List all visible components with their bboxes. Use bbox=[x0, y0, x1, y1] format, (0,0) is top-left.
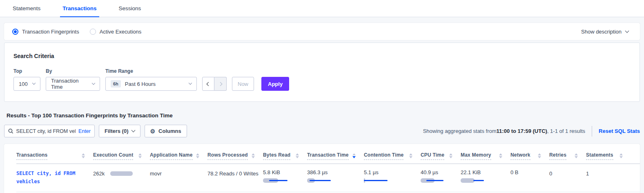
column-header-max-memory[interactable]: Max Memory bbox=[461, 150, 510, 164]
column-header-label[interactable]: Max Memory bbox=[461, 152, 491, 160]
tab-transactions[interactable]: Transactions bbox=[60, 5, 99, 17]
time-range-select[interactable]: 6h Past 6 Hours bbox=[105, 77, 197, 91]
contention-time-bar bbox=[364, 178, 401, 183]
bytes-read-value: 5.8 KiB bbox=[263, 169, 280, 175]
column-header-label[interactable]: CPU Time bbox=[421, 152, 444, 160]
columns-button[interactable]: ⚙ Columns bbox=[145, 125, 187, 137]
sort-icon[interactable] bbox=[138, 153, 142, 158]
column-header-label[interactable]: Application Name bbox=[150, 152, 193, 160]
sql-line-2: vehicles bbox=[16, 179, 40, 184]
sort-icon[interactable] bbox=[196, 153, 199, 158]
bar-blue bbox=[473, 180, 484, 181]
column-header-contention-time[interactable]: Contention Time bbox=[364, 150, 421, 164]
radio-label: Transaction Fingerprints bbox=[22, 29, 79, 35]
column-header-label[interactable]: Contention Time bbox=[364, 152, 403, 160]
cell-cpu-time: 40.9 µs bbox=[421, 169, 461, 186]
chevron-down-icon bbox=[189, 81, 192, 85]
gear-icon: ⚙ bbox=[150, 128, 156, 134]
cpu-time-value: 40.9 µs bbox=[421, 169, 438, 175]
sort-icon[interactable] bbox=[352, 153, 356, 158]
transaction-fingerprint-link[interactable]: SELECT city, id FROMvehicles bbox=[16, 169, 85, 186]
view-toggle-group: Transaction Fingerprints Active Executio… bbox=[12, 29, 141, 35]
reset-sql-stats-link[interactable]: Reset SQL Stats bbox=[599, 128, 640, 134]
tab-sessions[interactable]: Sessions bbox=[116, 5, 144, 17]
column-header-label[interactable]: Network bbox=[510, 152, 530, 160]
cell-rows-processed: 78.2 Reads / 0 Writes bbox=[207, 169, 263, 186]
cell-network: 0 B bbox=[510, 169, 549, 186]
bar-blue bbox=[364, 180, 388, 181]
next-time-range-button[interactable] bbox=[214, 77, 227, 91]
sort-icon[interactable] bbox=[538, 153, 541, 158]
column-header-label[interactable]: Rows Processed bbox=[207, 152, 248, 160]
column-header-rows-processed[interactable]: Rows Processed bbox=[207, 150, 263, 164]
show-description-toggle[interactable]: Show description bbox=[581, 29, 628, 35]
tab-bar: Statements Transactions Sessions bbox=[0, 0, 644, 17]
radio-label: Active Executions bbox=[100, 29, 142, 35]
search-input[interactable]: SELECT city, id FROM vehicles W Enter bbox=[4, 125, 95, 137]
search-input-value: SELECT city, id FROM vehicles W bbox=[16, 128, 76, 134]
column-header-bytes-read[interactable]: Bytes Read bbox=[263, 150, 307, 164]
column-header-label[interactable]: Transactions bbox=[16, 152, 47, 160]
time-range-label: Time Range bbox=[105, 68, 197, 74]
cell-transaction-time: 386.3 µs bbox=[307, 169, 364, 186]
sort-icon[interactable] bbox=[619, 153, 623, 158]
previous-time-range-button[interactable] bbox=[202, 77, 214, 91]
sql-line-1: SELECT city, id FROM bbox=[16, 171, 76, 176]
cell-execution-count: 262k bbox=[93, 169, 150, 186]
top-select[interactable]: 100 bbox=[13, 77, 40, 91]
radio-transaction-fingerprints[interactable]: Transaction Fingerprints bbox=[12, 29, 79, 35]
sort-icon[interactable] bbox=[449, 153, 452, 158]
sort-icon[interactable] bbox=[499, 153, 502, 158]
radio-active-executions[interactable]: Active Executions bbox=[90, 29, 142, 35]
by-select[interactable]: Transaction Time bbox=[46, 77, 100, 91]
filters-button[interactable]: Filters (0) bbox=[99, 125, 140, 137]
sort-icon[interactable] bbox=[409, 153, 412, 158]
column-header-execution-count[interactable]: Execution Count bbox=[93, 150, 150, 164]
chevron-down-icon bbox=[131, 128, 135, 132]
column-header-transaction-time[interactable]: Transaction Time bbox=[307, 150, 364, 164]
sort-icon[interactable] bbox=[296, 153, 299, 158]
by-label: By bbox=[46, 68, 100, 74]
cpu-time-bar bbox=[421, 178, 457, 183]
sort-icon[interactable] bbox=[252, 153, 255, 158]
column-header-label[interactable]: Transaction Time bbox=[307, 152, 349, 160]
stats-time-range: 11:00 to 17:59 (UTC) bbox=[497, 128, 547, 134]
column-header-statements[interactable]: Statements bbox=[586, 150, 631, 164]
column-header-application-name[interactable]: Application Name bbox=[150, 150, 207, 164]
bytes-read-bar bbox=[263, 178, 300, 183]
execution-count-bar bbox=[110, 171, 147, 176]
search-enter-hint[interactable]: Enter bbox=[78, 128, 91, 134]
column-header-label[interactable]: Execution Count bbox=[93, 152, 133, 160]
top-field: Top 100 bbox=[13, 68, 40, 91]
show-description-label: Show description bbox=[581, 29, 622, 35]
column-header-network[interactable]: Network bbox=[510, 150, 549, 164]
column-header-label[interactable]: Statements bbox=[586, 152, 613, 160]
sort-icon[interactable] bbox=[82, 153, 85, 158]
chevron-right-icon bbox=[218, 82, 223, 86]
search-criteria-card: Search Criteria Top 100 By Transaction T… bbox=[4, 43, 640, 102]
stats-suffix: , 1-1 of 1 results bbox=[547, 128, 585, 134]
results-controls: SELECT city, id FROM vehicles W Enter Fi… bbox=[4, 125, 640, 137]
column-header-label[interactable]: Retries bbox=[549, 152, 566, 160]
execution-count-value: 262k bbox=[93, 171, 105, 177]
time-range-arrows bbox=[202, 77, 227, 91]
chevron-down-icon bbox=[625, 29, 629, 33]
stats-prefix: Showing aggregated stats from bbox=[423, 128, 497, 134]
sort-icon[interactable] bbox=[575, 153, 578, 158]
top-label: Top bbox=[13, 68, 40, 74]
chevron-left-icon bbox=[206, 82, 210, 86]
column-header-retries[interactable]: Retries bbox=[549, 150, 586, 164]
table-row: SELECT city, id FROMvehicles 262k movr 7… bbox=[16, 164, 640, 192]
now-button[interactable]: Now bbox=[232, 77, 254, 91]
time-range-value: Past 6 Hours bbox=[125, 81, 156, 87]
column-header-transactions[interactable]: Transactions bbox=[16, 150, 93, 164]
tab-statements[interactable]: Statements bbox=[10, 5, 43, 17]
contention-time-value: 5.1 µs bbox=[364, 169, 379, 175]
bar-blue bbox=[426, 180, 443, 181]
column-header-cpu-time[interactable]: CPU Time bbox=[421, 150, 461, 164]
columns-button-label: Columns bbox=[158, 128, 181, 134]
column-header-label[interactable]: Bytes Read bbox=[263, 152, 290, 160]
apply-button[interactable]: Apply bbox=[261, 77, 289, 91]
search-criteria-controls: Top 100 By Transaction Time Time Range 6… bbox=[13, 68, 631, 91]
time-range-field: Time Range 6h Past 6 Hours bbox=[105, 68, 197, 91]
